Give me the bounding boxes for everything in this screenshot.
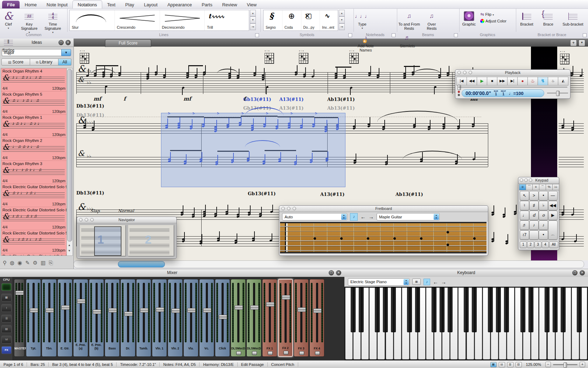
fretboard-titlebar[interactable]: Fretboard bbox=[279, 206, 488, 212]
ideas-tab-library[interactable]: ⧉Library bbox=[30, 59, 58, 66]
keypad-key-r2c2[interactable]: ♯ bbox=[529, 201, 539, 210]
rewind-button[interactable]: ◀◀ bbox=[467, 77, 477, 86]
keyboard-dock-icon[interactable]: ❐ bbox=[572, 270, 578, 275]
black-key[interactable] bbox=[553, 287, 558, 332]
ideas-scrollbar[interactable]: ▲ ▼ bbox=[66, 68, 73, 256]
mixer-strip-e-gtr-[interactable]: E. Gtr. bbox=[57, 279, 72, 357]
mixer-strip-fx-4[interactable]: FX 4 bbox=[309, 279, 324, 357]
edit-idea-icon[interactable]: ✎ bbox=[25, 260, 30, 266]
ribbon-tab-note-input[interactable]: Note Input bbox=[42, 1, 72, 8]
black-key[interactable] bbox=[440, 287, 444, 332]
piano-keys[interactable] bbox=[344, 287, 588, 360]
live-tempo-button[interactable]: ♨ bbox=[548, 77, 558, 86]
show-notes-icon[interactable]: ♪ bbox=[350, 213, 358, 221]
strip-button[interactable] bbox=[284, 351, 288, 355]
window-controls[interactable] bbox=[79, 218, 94, 222]
line-style-crescendo[interactable]: Crescendo bbox=[115, 10, 160, 30]
keyboard-panel-header[interactable]: Keyboard ❐ ✕ bbox=[344, 269, 588, 277]
fader-knob[interactable] bbox=[234, 305, 243, 310]
copy-idea-icon[interactable]: ◉ bbox=[18, 260, 22, 266]
mixer-strip-e-pno-a-[interactable]: E. Pno. (a) bbox=[73, 279, 88, 357]
beams-dialog-launcher-icon[interactable] bbox=[454, 33, 458, 37]
ideas-scrollbar-thumb[interactable] bbox=[67, 69, 72, 241]
noteheads-dialog-launcher-icon[interactable] bbox=[392, 33, 396, 37]
mixer-strip-vla-[interactable]: Vla. bbox=[183, 279, 198, 357]
beams-over-rests-button[interactable]: ♫ Over Rests bbox=[423, 9, 440, 30]
fretboard-display[interactable] bbox=[280, 222, 486, 253]
mixer-strip-vc-[interactable]: Vc. bbox=[199, 279, 214, 357]
keypad-layout-tab-5[interactable]: % bbox=[546, 184, 553, 190]
beams-to-from-rests-button[interactable]: ♫ To and From Rests bbox=[397, 9, 421, 30]
black-key[interactable] bbox=[448, 287, 453, 332]
symbol-coda[interactable]: ⊕ Coda bbox=[282, 10, 301, 30]
delete-idea-icon[interactable]: ▥ bbox=[41, 260, 46, 266]
window-controls[interactable] bbox=[281, 207, 296, 210]
ribbon-tab-view[interactable]: View bbox=[242, 1, 261, 8]
zoom-slider[interactable] bbox=[553, 364, 578, 365]
keyboard-size-icon[interactable]: ▦ bbox=[412, 279, 421, 285]
fretboard-instrument-select[interactable]: Maple Guitar▲▼ bbox=[377, 213, 440, 220]
capture-idea-icon[interactable]: ◍ bbox=[10, 260, 14, 266]
ribbon-tab-layout[interactable]: Layout bbox=[139, 1, 162, 8]
black-key[interactable] bbox=[520, 287, 525, 332]
line-style-decrescendo[interactable]: Decrescendo bbox=[160, 10, 205, 30]
fader-knob[interactable] bbox=[313, 308, 322, 313]
line-style-slur[interactable]: Slur bbox=[70, 10, 115, 30]
fader-knob[interactable] bbox=[203, 308, 211, 313]
keypad-key-r2c3[interactable]: ♭ bbox=[539, 201, 548, 210]
mixer-view-button[interactable]: ▤ bbox=[1, 325, 12, 333]
keypad-voice-2[interactable]: 2 bbox=[527, 241, 534, 248]
fader-knob[interactable] bbox=[77, 299, 85, 304]
ideas-tab-score[interactable]: ▤Score bbox=[1, 59, 30, 66]
mixer-view-button[interactable]: ▦ bbox=[1, 294, 12, 301]
black-key[interactable] bbox=[528, 287, 533, 332]
live-playback-button[interactable]: ↯ bbox=[538, 77, 548, 86]
window-controls[interactable] bbox=[520, 178, 532, 182]
idea-item[interactable]: Rock Organ Rhythm 1&♪♫♪♩♫♪♩4/4120bpm bbox=[1, 115, 68, 138]
mixer-strip-fx-1[interactable]: FX 1 bbox=[262, 279, 277, 357]
ribbon-tab-parts[interactable]: Parts bbox=[197, 1, 217, 8]
mixer-strip-dlsmscd[interactable]: DLSMscD bbox=[231, 279, 246, 357]
ribbon-tab-file[interactable]: File bbox=[2, 1, 20, 8]
keypad-key-r3c3[interactable]: o bbox=[539, 211, 548, 220]
page-view-icon[interactable]: ▥ bbox=[507, 362, 513, 367]
keypad-key-r3c2[interactable]: d bbox=[529, 211, 539, 220]
symbols-dialog-launcher-icon[interactable] bbox=[348, 33, 352, 37]
keypad-key-r5c3[interactable]: • bbox=[539, 230, 548, 240]
bracket-dialog-launcher-icon[interactable] bbox=[583, 33, 587, 37]
symbol-inverted-mordent[interactable]: ∿ Inv...ent bbox=[320, 10, 338, 30]
full-screen-icon[interactable]: ▧ bbox=[516, 362, 522, 367]
keypad-key-r2c1[interactable]: ♮ bbox=[520, 201, 529, 210]
keypad-layout-tab-3[interactable]: ≡ bbox=[532, 184, 539, 190]
keypad-key-slur[interactable]: ⌒ bbox=[548, 220, 558, 240]
graphic-button[interactable]: Graphic bbox=[459, 9, 479, 26]
keypad-voice-all[interactable]: All bbox=[549, 241, 558, 248]
playback-titlebar[interactable]: Playback bbox=[455, 70, 570, 76]
ribbon-tab-review[interactable]: Review bbox=[217, 1, 242, 8]
fader-knob[interactable] bbox=[61, 305, 70, 310]
gallery-down-icon[interactable]: ▼ bbox=[250, 16, 256, 23]
keypad-layout-tab-4[interactable]: ⌒ bbox=[539, 184, 546, 190]
black-key[interactable] bbox=[383, 287, 388, 332]
effects-button[interactable]: FX bbox=[1, 346, 12, 354]
black-key[interactable] bbox=[545, 287, 550, 332]
black-key[interactable] bbox=[375, 287, 380, 332]
fader-knob[interactable] bbox=[15, 291, 24, 295]
keyboard-close-icon[interactable]: ✕ bbox=[580, 270, 585, 275]
mixer-strip-vln-1[interactable]: Vln. 1 bbox=[152, 279, 167, 357]
black-key[interactable] bbox=[577, 287, 582, 332]
mixer-strip-dlsmscd[interactable]: DLSMscD bbox=[246, 279, 261, 357]
mixer-strip-master[interactable]: MASTER bbox=[14, 279, 24, 357]
stop-button[interactable]: ■ bbox=[487, 77, 497, 86]
gallery-up-icon[interactable]: ▲ bbox=[250, 10, 256, 16]
zoom-out-button[interactable]: − bbox=[545, 362, 551, 367]
idea-item[interactable]: Rock Electric Guitar Distorted Solo 8&♪♫… bbox=[1, 207, 68, 230]
brace-button[interactable]: { Brace bbox=[539, 9, 557, 26]
line-style-trill[interactable]: t∿∿∿∿ Trill bbox=[205, 10, 249, 30]
keypad-key-r1c3[interactable]: • bbox=[539, 191, 548, 200]
black-key[interactable] bbox=[504, 287, 509, 332]
lines-dialog-launcher-icon[interactable] bbox=[255, 33, 259, 37]
navigator-titlebar[interactable]: Navigator bbox=[77, 217, 176, 223]
mixer-strip-vln-2[interactable]: Vln. 2 bbox=[168, 279, 183, 357]
keypad-voice-4[interactable]: 4 bbox=[542, 241, 549, 248]
